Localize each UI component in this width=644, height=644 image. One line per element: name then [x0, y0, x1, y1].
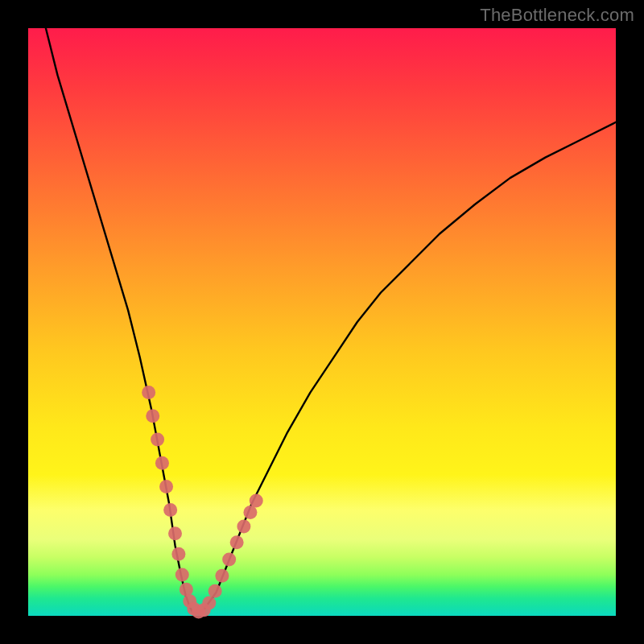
- plot-svg: [28, 28, 616, 616]
- data-point: [168, 526, 182, 540]
- plot-area: [28, 28, 616, 616]
- data-point: [155, 456, 169, 470]
- watermark-text: TheBottleneck.com: [480, 5, 634, 26]
- data-point: [142, 386, 155, 399]
- data-point: [243, 506, 257, 519]
- chart-frame: TheBottleneck.com: [0, 0, 644, 644]
- data-point: [163, 503, 177, 517]
- data-point: [151, 433, 164, 447]
- data-point: [237, 520, 250, 534]
- data-point: [208, 584, 222, 598]
- data-point: [250, 493, 263, 507]
- data-point: [230, 535, 244, 549]
- data-point: [146, 409, 159, 423]
- data-point: [215, 569, 229, 583]
- data-point: [171, 547, 185, 561]
- scatter-dots: [142, 386, 263, 618]
- data-point: [180, 583, 193, 597]
- data-point: [202, 596, 216, 609]
- data-point: [159, 480, 173, 493]
- data-point: [222, 552, 236, 566]
- data-point: [175, 568, 189, 581]
- curve-line: [46, 28, 616, 613]
